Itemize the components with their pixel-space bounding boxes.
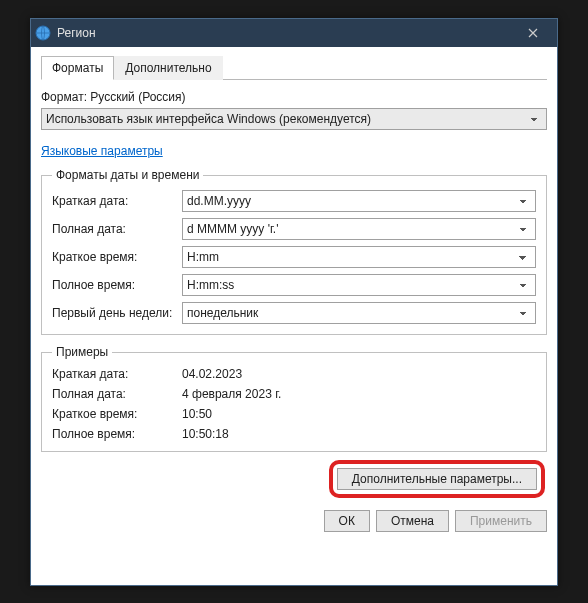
long-time-label: Полное время: — [52, 278, 182, 292]
tab-formats[interactable]: Форматы — [41, 56, 114, 80]
ex-short-time-label: Краткое время: — [52, 407, 182, 421]
short-time-select[interactable]: H:mm — [182, 246, 536, 268]
short-time-label: Краткое время: — [52, 250, 182, 264]
long-date-select[interactable]: d MMMM yyyy 'г.' — [182, 218, 536, 240]
short-date-select[interactable]: dd.MM.yyyy — [182, 190, 536, 212]
long-time-select[interactable]: H:mm:ss — [182, 274, 536, 296]
datetime-formats-legend: Форматы даты и времени — [52, 168, 203, 182]
ex-long-time-value: 10:50:18 — [182, 427, 536, 441]
first-day-label: Первый день недели: — [52, 306, 182, 320]
titlebar[interactable]: Регион — [31, 19, 557, 47]
tab-bar: Форматы Дополнительно — [41, 55, 547, 80]
ex-short-date-value: 04.02.2023 — [182, 367, 536, 381]
first-day-select[interactable]: понедельник — [182, 302, 536, 324]
highlight-annotation: Дополнительные параметры... — [329, 460, 545, 498]
long-date-label: Полная дата: — [52, 222, 182, 236]
region-dialog: Регион Форматы Дополнительно Формат: Рус… — [30, 18, 558, 586]
language-params-link[interactable]: Языковые параметры — [41, 144, 163, 158]
ok-button[interactable]: ОК — [324, 510, 370, 532]
ex-short-date-label: Краткая дата: — [52, 367, 182, 381]
tab-additional[interactable]: Дополнительно — [114, 56, 222, 80]
format-select[interactable]: Использовать язык интерфейса Windows (ре… — [41, 108, 547, 130]
ex-short-time-value: 10:50 — [182, 407, 536, 421]
dialog-content: Форматы Дополнительно Формат: Русский (Р… — [31, 47, 557, 542]
close-button[interactable] — [513, 19, 553, 47]
examples-group: Примеры Краткая дата: 04.02.2023 Полная … — [41, 345, 547, 452]
apply-button[interactable]: Применить — [455, 510, 547, 532]
ex-long-date-value: 4 февраля 2023 г. — [182, 387, 536, 401]
short-date-label: Краткая дата: — [52, 194, 182, 208]
datetime-formats-group: Форматы даты и времени Краткая дата: dd.… — [41, 168, 547, 335]
format-label: Формат: Русский (Россия) — [41, 90, 547, 104]
additional-params-button[interactable]: Дополнительные параметры... — [337, 468, 537, 490]
cancel-button[interactable]: Отмена — [376, 510, 449, 532]
globe-icon — [35, 25, 51, 41]
dialog-buttons: ОК Отмена Применить — [41, 510, 547, 532]
examples-legend: Примеры — [52, 345, 112, 359]
ex-long-time-label: Полное время: — [52, 427, 182, 441]
ex-long-date-label: Полная дата: — [52, 387, 182, 401]
window-title: Регион — [57, 26, 513, 40]
